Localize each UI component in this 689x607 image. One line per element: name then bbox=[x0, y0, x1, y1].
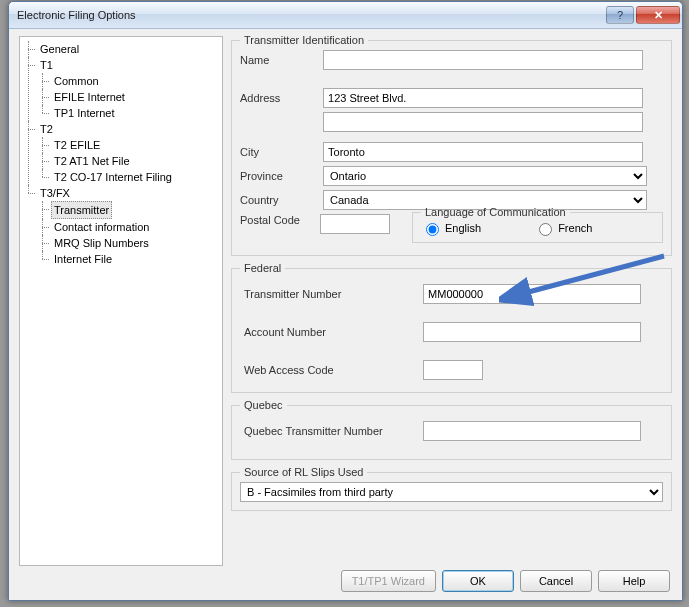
wizard-button: T1/TP1 Wizard bbox=[341, 570, 436, 592]
city-label: City bbox=[240, 146, 320, 158]
tree-t2-at1[interactable]: T2 AT1 Net File bbox=[52, 153, 132, 169]
wac-field[interactable] bbox=[423, 360, 483, 380]
postal-label: Postal Code bbox=[240, 214, 320, 226]
rlslips-group: Source of RL Slips Used B - Facsimiles f… bbox=[231, 466, 672, 511]
province-label: Province bbox=[240, 170, 320, 182]
address-label: Address bbox=[240, 92, 320, 104]
wac-label: Web Access Code bbox=[240, 364, 420, 376]
button-bar: T1/TP1 Wizard OK Cancel Help bbox=[341, 570, 670, 592]
postal-field[interactable] bbox=[320, 214, 390, 234]
tree-t2[interactable]: T2 bbox=[38, 121, 55, 137]
language-group: Language of Communication English French bbox=[412, 206, 663, 243]
language-legend: Language of Communication bbox=[421, 206, 570, 218]
client-area: General T1 Common EFILE Internet TP1 Int… bbox=[15, 32, 676, 594]
transmitter-id-legend: Transmitter Identification bbox=[240, 34, 368, 46]
titlebar[interactable]: Electronic Filing Options ? ✕ bbox=[9, 2, 682, 29]
lang-french[interactable]: French bbox=[534, 220, 592, 236]
ok-button[interactable]: OK bbox=[442, 570, 514, 592]
help-icon[interactable]: ? bbox=[606, 6, 634, 24]
tree-t1-tp1[interactable]: TP1 Internet bbox=[52, 105, 117, 121]
dialog-window: Electronic Filing Options ? ✕ General T1… bbox=[8, 1, 683, 601]
rlslips-legend: Source of RL Slips Used bbox=[240, 466, 367, 478]
help-button[interactable]: Help bbox=[598, 570, 670, 592]
english-radio[interactable] bbox=[426, 223, 439, 236]
rlslips-select[interactable]: B - Facsimiles from third party bbox=[240, 482, 663, 502]
name-field[interactable] bbox=[323, 50, 643, 70]
cancel-button[interactable]: Cancel bbox=[520, 570, 592, 592]
tree-t3fx[interactable]: T3/FX bbox=[38, 185, 72, 201]
close-icon[interactable]: ✕ bbox=[636, 6, 680, 24]
quebec-legend: Quebec bbox=[240, 399, 287, 411]
tree-t1[interactable]: T1 bbox=[38, 57, 55, 73]
tree-t3fx-internet[interactable]: Internet File bbox=[52, 251, 114, 267]
tree-t2-efile[interactable]: T2 EFILE bbox=[52, 137, 102, 153]
country-label: Country bbox=[240, 194, 320, 206]
tree-general[interactable]: General bbox=[38, 41, 81, 57]
province-select[interactable]: Ontario bbox=[323, 166, 647, 186]
federal-legend: Federal bbox=[240, 262, 285, 274]
tree-t1-efile[interactable]: EFILE Internet bbox=[52, 89, 127, 105]
transmitter-number-field[interactable] bbox=[423, 284, 641, 304]
tree-t3fx-contact[interactable]: Contact information bbox=[52, 219, 151, 235]
name-label: Name bbox=[240, 54, 320, 66]
tree-t3fx-transmitter[interactable]: Transmitter bbox=[51, 201, 112, 219]
city-field[interactable] bbox=[323, 142, 643, 162]
tree-t1-common[interactable]: Common bbox=[52, 73, 101, 89]
window-title: Electronic Filing Options bbox=[17, 9, 604, 21]
quebec-transmitter-label: Quebec Transmitter Number bbox=[240, 425, 420, 437]
account-number-field[interactable] bbox=[423, 322, 641, 342]
transmitter-number-label: Transmitter Number bbox=[240, 288, 420, 300]
address1-field[interactable] bbox=[323, 88, 643, 108]
tree-t2-co17[interactable]: T2 CO-17 Internet Filing bbox=[52, 169, 174, 185]
lang-english[interactable]: English bbox=[421, 220, 481, 236]
right-pane: Transmitter Identification Name Address … bbox=[231, 34, 672, 594]
tree-view[interactable]: General T1 Common EFILE Internet TP1 Int… bbox=[19, 36, 223, 566]
quebec-group: Quebec Quebec Transmitter Number bbox=[231, 399, 672, 460]
quebec-transmitter-field[interactable] bbox=[423, 421, 641, 441]
federal-group: Federal Transmitter Number Account Numbe… bbox=[231, 262, 672, 393]
account-number-label: Account Number bbox=[240, 326, 420, 338]
address2-field[interactable] bbox=[323, 112, 643, 132]
french-radio[interactable] bbox=[539, 223, 552, 236]
transmitter-id-group: Transmitter Identification Name Address … bbox=[231, 34, 672, 256]
tree-t3fx-mrq[interactable]: MRQ Slip Numbers bbox=[52, 235, 151, 251]
